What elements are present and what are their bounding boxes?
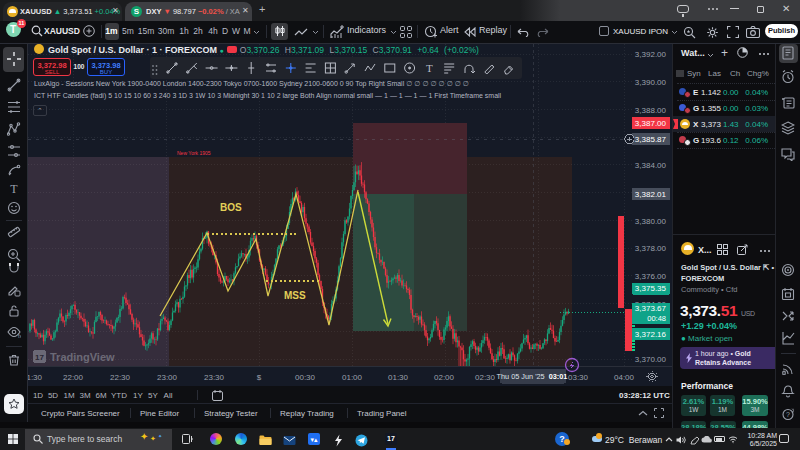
svg-text:T: T xyxy=(426,62,433,74)
svg-text:3,380.00: 3,380.00 xyxy=(635,217,667,226)
svg-text:TradingView: TradingView xyxy=(50,351,115,363)
svg-text:New York 1905: New York 1905 xyxy=(177,150,211,156)
svg-text:$: $ xyxy=(257,373,262,382)
svg-text:3,390.00: 3,390.00 xyxy=(635,78,667,87)
svg-text:23:00: 23:00 xyxy=(157,373,178,382)
svg-text:17: 17 xyxy=(35,353,44,362)
svg-text:02:00: 02:00 xyxy=(434,373,455,382)
svg-text:3,387.00: 3,387.00 xyxy=(635,119,667,128)
svg-text:MSS: MSS xyxy=(284,290,306,301)
svg-text:02:30: 02:30 xyxy=(475,373,496,382)
svg-text:04:00: 04:00 xyxy=(614,373,635,382)
svg-text:00:30: 00:30 xyxy=(295,373,316,382)
svg-text:BOS: BOS xyxy=(220,202,242,213)
svg-text:03:30: 03:30 xyxy=(568,373,589,382)
svg-text:3,372.16: 3,372.16 xyxy=(635,330,667,339)
svg-text:3,375.35: 3,375.35 xyxy=(635,284,667,293)
svg-text:22:30: 22:30 xyxy=(110,373,131,382)
svg-text:Thu 05 Jun '25 03:01: Thu 05 Jun '25 03:01 xyxy=(497,372,568,381)
svg-text:00:48: 00:48 xyxy=(647,314,666,323)
svg-text:3,388.00: 3,388.00 xyxy=(635,106,667,115)
svg-text:01:00: 01:00 xyxy=(342,373,363,382)
svg-text:3,370.00: 3,370.00 xyxy=(635,355,667,364)
svg-text:3,378.00: 3,378.00 xyxy=(635,244,667,253)
svg-text:3,373.67: 3,373.67 xyxy=(635,304,667,313)
svg-text:22:00: 22:00 xyxy=(63,373,84,382)
svg-text:3,384.00: 3,384.00 xyxy=(635,161,667,170)
svg-text:3,376.00: 3,376.00 xyxy=(635,272,667,281)
svg-text:01:30: 01:30 xyxy=(388,373,409,382)
svg-text:T: T xyxy=(10,182,18,196)
svg-text:21:30: 21:30 xyxy=(28,373,43,382)
svg-text:23:30: 23:30 xyxy=(204,373,225,382)
svg-text:3,382.01: 3,382.01 xyxy=(635,190,667,199)
svg-text:3,392.00: 3,392.00 xyxy=(635,50,667,59)
svg-text:fx: fx xyxy=(18,333,21,339)
svg-text:?: ? xyxy=(786,411,790,418)
svg-text:3,385.87: 3,385.87 xyxy=(635,135,667,144)
